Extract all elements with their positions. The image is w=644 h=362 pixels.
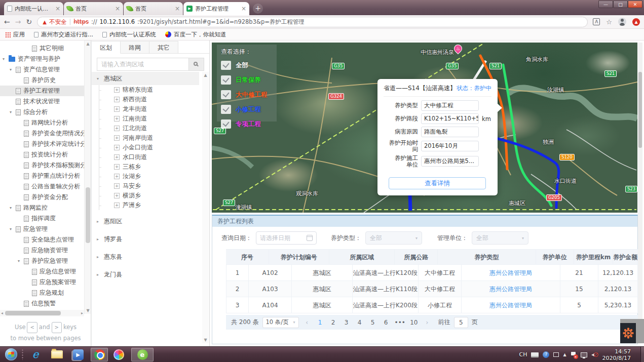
nav-tree-item[interactable]: 应急信息管理 — [0, 266, 84, 277]
taskbar-mediaplayer-icon[interactable]: ▶ — [69, 348, 87, 361]
show-desktop-button[interactable] — [640, 347, 644, 362]
route-minor-repair-segment[interactable] — [410, 194, 410, 211]
page-number[interactable]: 2 — [329, 319, 338, 326]
region-tree-item[interactable]: 辖桥东街道 — [92, 85, 199, 95]
scrollbar-thumb[interactable] — [86, 187, 90, 243]
scroll-down-icon[interactable]: ▼ — [85, 307, 91, 314]
table-row[interactable]: 3 A104 惠城区 汕湛高速—上行K200段 小修工程 惠州公路管理局 5 5… — [226, 297, 638, 313]
layer-checkbox[interactable] — [221, 105, 231, 114]
bookmark-item[interactable]: 内部统一认证系统 — [102, 31, 156, 38]
tree-expand-icon[interactable]: ▸ — [97, 237, 104, 242]
new-tab-button[interactable]: + — [253, 4, 263, 14]
tree-expand-icon[interactable]: ▸ — [97, 272, 104, 277]
nav-tree-item[interactable]: 养护重点统计分析 — [0, 171, 84, 181]
tab-close-icon[interactable]: × — [55, 5, 60, 12]
page-number[interactable]: 4 — [355, 319, 364, 326]
tree-plus-icon[interactable] — [114, 97, 120, 102]
scroll-up-icon[interactable]: ▲ — [85, 41, 91, 47]
page-number[interactable]: 3 — [342, 319, 351, 326]
page-number[interactable]: ‹ — [302, 319, 312, 326]
nav-tree-item[interactable]: 应急预案管理 — [0, 277, 84, 288]
reload-button[interactable]: ↻ — [26, 18, 32, 25]
nav-tree-item[interactable]: 应急规划 — [0, 288, 84, 298]
keyboard-icon[interactable] — [531, 352, 539, 357]
nav-tree-item[interactable]: ▾ 应急管理 — [0, 224, 84, 234]
nav-tree-item[interactable]: 养护历史 — [0, 75, 84, 86]
window-minimize-button[interactable]: — — [598, 1, 613, 8]
table-row[interactable]: 1 A102 惠城区 汕湛高速—上行K120段 大中修工程 惠州公路管理局 21… — [226, 265, 638, 281]
region-tree-item[interactable]: ▾ 惠城区 — [92, 72, 199, 85]
nav-tree-item[interactable]: ▾ 养护应急管理 — [0, 256, 84, 266]
popup-field-value[interactable]: 路面龟裂 — [421, 127, 479, 137]
popup-field-value[interactable]: 惠州市公路局第5... — [421, 156, 479, 167]
region-tree-item[interactable]: ▸ 博罗县 — [92, 232, 199, 246]
taskbar-360browser-icon[interactable]: e — [131, 348, 154, 361]
tree-expand-icon[interactable]: ▾ — [10, 206, 16, 210]
action-center-flag-icon[interactable] — [571, 352, 577, 358]
region-tree-item[interactable]: 桥西街道 — [92, 95, 199, 104]
nav-tree-item[interactable]: 应急物资管理 — [0, 245, 84, 256]
region-tree-item[interactable]: 汝湖乡 — [92, 172, 199, 181]
window-maximize-button[interactable]: □ — [613, 1, 628, 8]
page-number[interactable]: › — [423, 319, 432, 326]
taskbar-chrome-icon[interactable] — [91, 348, 108, 361]
table-row[interactable]: 2 A103 惠城区 汕湛高速—上行K110段 大中修工程 惠州公路管理局 15… — [226, 281, 638, 297]
taskbar-explorer-icon[interactable] — [48, 348, 65, 361]
region-tree-item[interactable]: ▸ 惠东县 — [92, 250, 199, 263]
region-tree-item[interactable]: 横沥乡 — [92, 191, 199, 200]
tree-expand-icon[interactable]: ▸ — [97, 219, 104, 224]
scroll-left-icon[interactable]: ◂ — [1, 311, 3, 315]
nav-tree-item[interactable]: 养护资金分配 — [0, 192, 84, 203]
nav-tree-item[interactable]: 路网统计分析 — [0, 117, 84, 128]
bookmark-item[interactable]: 应用 — [5, 31, 25, 38]
nav-tree-item[interactable]: ▾ 综合分析 — [0, 107, 84, 117]
tree-expand-icon[interactable]: ▾ — [10, 227, 16, 231]
layer-checkbox[interactable] — [221, 90, 231, 99]
scrollbar-thumb[interactable] — [5, 311, 61, 315]
taskbar-360-icon[interactable] — [110, 348, 127, 361]
region-tab[interactable]: 其它 — [149, 41, 178, 54]
sidebar-horizontal-scrollbar[interactable]: ◂ ▸ — [0, 310, 84, 316]
browser-tab[interactable]: 内部统一认证系统 × — [4, 2, 63, 15]
type-select[interactable]: 全部 ▾ — [365, 231, 422, 245]
page-number[interactable]: 1 — [316, 319, 325, 326]
view-details-button[interactable]: 查看详情 — [389, 177, 486, 189]
map-vertical-scrollbar[interactable] — [638, 43, 642, 342]
page-number[interactable]: 5 — [368, 319, 377, 326]
tree-plus-icon[interactable] — [114, 174, 120, 179]
region-tree-item[interactable]: ▸ 惠阳区 — [92, 215, 199, 228]
tree-plus-icon[interactable] — [114, 145, 120, 150]
bookmark-star-icon[interactable]: ☆ — [606, 18, 612, 26]
update-badge-icon[interactable]: ▲ — [632, 18, 640, 26]
volume-muted-icon[interactable] — [591, 352, 598, 358]
bookmark-item[interactable]: 惠州市交通运行指... — [34, 31, 93, 38]
browser-tab[interactable]: 首页 × — [64, 2, 123, 15]
nav-tree-item[interactable]: ▾ 路网监控 — [0, 203, 84, 213]
region-vertical-scrollbar[interactable]: ▲ ▼ — [202, 72, 209, 343]
region-tree-item[interactable]: 江南街道 — [92, 114, 199, 124]
nav-tree-item[interactable]: 公路当量轴次分析 — [0, 181, 84, 192]
nav-tree-item[interactable]: 养护工程管理 — [0, 86, 84, 96]
region-tree-item[interactable]: 芦洲乡 — [92, 200, 199, 210]
page-number[interactable]: ••• — [395, 319, 405, 326]
region-tab[interactable]: 路网 — [121, 41, 149, 54]
region-tree-item[interactable]: 马安乡 — [92, 181, 199, 191]
tree-expand-icon[interactable]: ▾ — [10, 67, 16, 72]
region-tree-item[interactable]: 江北街道 — [92, 124, 199, 133]
popup-field-value[interactable]: 大中修工程 — [421, 100, 479, 111]
sidebar-vertical-scrollbar[interactable]: ▲ ▼ — [84, 41, 91, 314]
cell-maintenance-unit-link[interactable]: 惠州公路管理局 — [462, 281, 560, 297]
cell-maintenance-unit-link[interactable]: 惠州公路管理局 — [462, 265, 560, 281]
region-tree-item[interactable]: ▸ 龙门县 — [92, 268, 199, 281]
tree-plus-icon[interactable] — [114, 203, 120, 208]
nav-tree-item[interactable]: 养护资金使用情况分 — [0, 128, 84, 139]
layer-checkbox[interactable] — [221, 61, 231, 70]
bookmark-item[interactable]: 百度一下，你就知道 — [165, 31, 226, 38]
window-tray-icon[interactable] — [553, 352, 559, 357]
tree-plus-icon[interactable] — [114, 126, 120, 131]
address-bar[interactable]: ▲ 不安全 | https://10.12.110.6:9201/gisyh/s… — [37, 17, 588, 27]
tree-plus-icon[interactable] — [114, 183, 120, 189]
nav-tree-item[interactable]: 信息预警 — [0, 298, 84, 309]
page-number[interactable]: 6 — [382, 319, 391, 326]
page-size-select[interactable]: 10 条/页 ▾ — [262, 317, 299, 328]
